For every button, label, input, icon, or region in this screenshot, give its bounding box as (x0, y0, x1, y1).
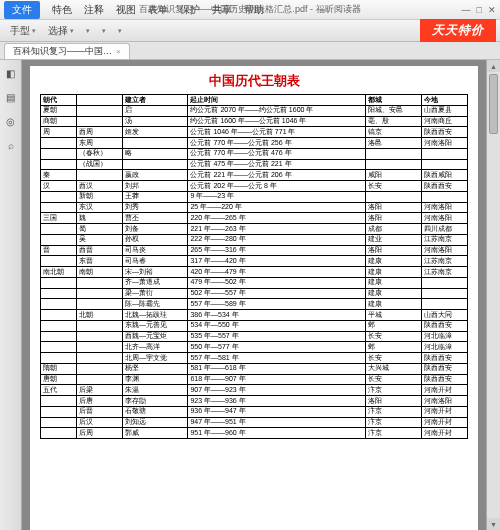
cell: 汉 (41, 181, 77, 192)
sidebar: ◧ ▤ ◎ ⌕ (0, 60, 22, 530)
cell: 534 年—550 年 (188, 320, 366, 331)
cell: 刘邦 (123, 181, 188, 192)
tool-select[interactable]: 选择▾ (48, 24, 74, 38)
scroll-up-icon[interactable]: ▲ (487, 60, 500, 72)
cell (41, 299, 77, 310)
document-tab[interactable]: 百科知识复习——中国… × (4, 43, 130, 59)
cell: 杨坚 (123, 363, 188, 374)
table-row: 南北朝南朝宋—刘裕420 年——479 年建康江苏南京 (41, 267, 468, 278)
tool-3[interactable]: ▾ (86, 27, 90, 35)
table-row: 晋西晋司马炎265 年——316 年洛阳河南洛阳 (41, 245, 468, 256)
bookmark-icon[interactable]: ◧ (4, 66, 18, 80)
table-row: 齐—萧道成479 年——502 年建康 (41, 277, 468, 288)
cell (422, 191, 468, 202)
cell: 河南洛阳 (422, 245, 468, 256)
toolbar: 手型▾ 选择▾ ▾ ▾ ▾ 天天特价 (0, 20, 500, 42)
cell: 唐朝 (41, 374, 77, 385)
cell (77, 331, 123, 342)
close-button[interactable]: ✕ (488, 5, 496, 15)
menu-view[interactable]: 视图 (116, 3, 136, 17)
cell: 司马炎 (123, 245, 188, 256)
vertical-scrollbar[interactable]: ▲ ▼ (486, 60, 500, 530)
tool-4[interactable]: ▾ (102, 27, 106, 35)
scroll-thumb[interactable] (489, 74, 498, 134)
cell: 亳、殷 (366, 116, 422, 127)
table-row: 东周公元前 770 年——公元前 256 年洛邑河南洛阳 (41, 138, 468, 149)
promo-banner[interactable]: 天天特价 (420, 19, 496, 42)
cell: 西魏—元宝炬 (123, 331, 188, 342)
cell: 洛阳 (366, 396, 422, 407)
cell (77, 277, 123, 288)
cell: 吴 (77, 234, 123, 245)
window-controls: — □ ✕ (462, 5, 496, 15)
cell (41, 331, 77, 342)
cell: 建康 (366, 256, 422, 267)
menu-annotate[interactable]: 注释 (84, 3, 104, 17)
cell: 北齐—高洋 (123, 342, 188, 353)
menu-feature[interactable]: 特色 (52, 3, 72, 17)
cell: 邺 (366, 342, 422, 353)
tool-5[interactable]: ▾ (118, 27, 122, 35)
cell (41, 406, 77, 417)
table-row: 周西周姬发公元前 1046 年——公元前 771 年镐京陕西西安 (41, 127, 468, 138)
cell: 220 年——265 年 (188, 213, 366, 224)
cell: 洛阳 (366, 213, 422, 224)
cell (77, 105, 123, 116)
cell: 479 年——502 年 (188, 277, 366, 288)
tool-hand[interactable]: 手型▾ (10, 24, 36, 38)
cell: 东魏—元善见 (123, 320, 188, 331)
tab-bar: 百科知识复习——中国… × (0, 42, 500, 60)
table-row: 东魏—元善见534 年—550 年邺陕西西安 (41, 320, 468, 331)
cell: 9 年——23 年 (188, 191, 366, 202)
cell: 河南洛阳 (422, 213, 468, 224)
maximize-button[interactable]: □ (477, 5, 482, 15)
tab-close-icon[interactable]: × (116, 47, 121, 56)
cell: 李渊 (123, 374, 188, 385)
cell: 北魏—拓跋珪 (123, 310, 188, 321)
table-row: 梁—萧衍502 年——557 年建康 (41, 288, 468, 299)
minimize-button[interactable]: — (462, 5, 471, 15)
cell: 后汉 (77, 417, 123, 428)
cell: 江苏南京 (422, 234, 468, 245)
table-row: （战国）公元前 475 年——公元前 221 年 (41, 159, 468, 170)
file-menu-button[interactable]: 文件 (4, 1, 40, 19)
cell: 曹丕 (123, 213, 188, 224)
cell: 隋朝 (41, 363, 77, 374)
cell: 邺 (366, 320, 422, 331)
search-icon[interactable]: ⌕ (4, 138, 18, 152)
tab-label: 百科知识复习——中国… (13, 45, 112, 58)
cell: 后晋 (77, 406, 123, 417)
cell (77, 288, 123, 299)
cell (41, 342, 77, 353)
cell (41, 148, 77, 159)
scroll-down-icon[interactable]: ▼ (487, 518, 500, 530)
cell: 西周 (77, 127, 123, 138)
cell (77, 299, 123, 310)
cell: 汴京 (366, 406, 422, 417)
cell: 洛阳 (366, 245, 422, 256)
pdf-page: 中国历代王朝表 朝代建立者起止时间都城今地 夏朝启约公元前 2070 年——约公… (30, 66, 478, 530)
cell: 郭威 (123, 428, 188, 439)
cell: 孙权 (123, 234, 188, 245)
cell: 东汉 (77, 202, 123, 213)
cell: 齐—萧道成 (123, 277, 188, 288)
cell: 西晋 (77, 245, 123, 256)
pages-icon[interactable]: ▤ (4, 90, 18, 104)
cell: 长安 (366, 374, 422, 385)
cell: 西汉 (77, 181, 123, 192)
cell: 936 年——947 年 (188, 406, 366, 417)
cell: 宋—刘裕 (123, 267, 188, 278)
cell (77, 363, 123, 374)
table-row: 后晋石敬瑭936 年——947 年汴京河南开封 (41, 406, 468, 417)
cell: 221 年——263 年 (188, 224, 366, 235)
cell: 李存勖 (123, 396, 188, 407)
cell: 洛阳 (366, 202, 422, 213)
cell: 启 (123, 105, 188, 116)
col-header: 起止时间 (188, 95, 366, 106)
cell: 刘秀 (123, 202, 188, 213)
layers-icon[interactable]: ◎ (4, 114, 18, 128)
cell: 陕西西安 (422, 363, 468, 374)
document-area: 中国历代王朝表 朝代建立者起止时间都城今地 夏朝启约公元前 2070 年——约公… (22, 60, 486, 530)
cell: 947 年——951 年 (188, 417, 366, 428)
cell: 陕西咸阳 (422, 170, 468, 181)
